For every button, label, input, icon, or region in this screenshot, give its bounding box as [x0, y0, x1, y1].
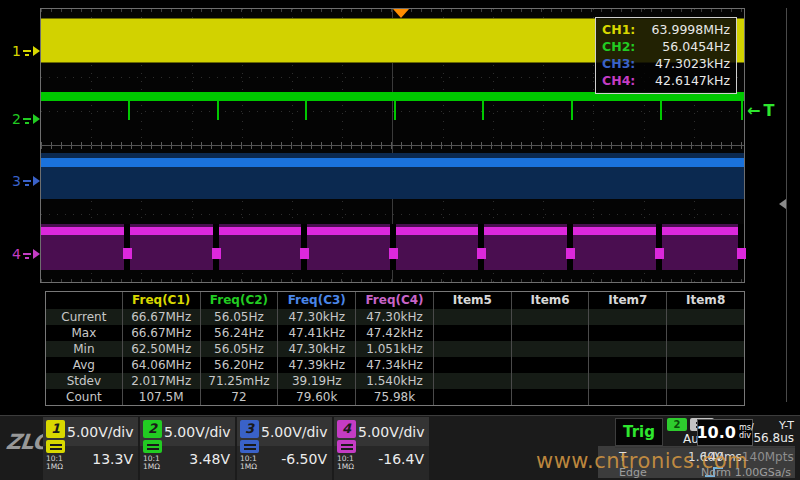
channel-4-ground-marker[interactable]: 4: [12, 247, 40, 261]
ch4-burst-gap: [567, 224, 573, 270]
channel-4-badge[interactable]: 4: [337, 420, 356, 438]
trigger-position-marker[interactable]: [393, 9, 409, 18]
table-cell: 71.25mHz: [200, 373, 278, 389]
table-cell: 47.39kHz: [277, 357, 355, 373]
ch4-burst-gap: [738, 224, 744, 270]
marker-arrow-icon: [33, 114, 40, 124]
table-header-row: Freq(C1)Freq(C2)Freq(C3)Freq(C4)Item5Ite…: [46, 292, 744, 309]
overlay-ch1-value: 63.9998MHz: [652, 21, 730, 38]
ch3-trace: [41, 158, 744, 167]
channel-2-ground-marker[interactable]: 2: [12, 112, 40, 126]
table-cell: 56.05Hz: [200, 309, 278, 325]
channel-1-settings[interactable]: 1 10:11MΩ 5.00V/div 13.3V: [43, 417, 138, 480]
table-header-cell: Freq(C2): [200, 292, 278, 309]
ch2-spike: [482, 101, 484, 120]
trigger-source-badge[interactable]: 2: [667, 418, 687, 431]
channel-2-scale: 5.00V/div: [164, 424, 230, 440]
table-cell: 79.60k: [277, 389, 355, 405]
table-header-cell: Item7: [588, 292, 666, 309]
table-header-cell: Freq(C4): [355, 292, 433, 309]
ch2-spike: [571, 101, 573, 120]
table-cell: 47.42kHz: [355, 325, 433, 341]
ch2-spike: [394, 101, 396, 120]
ch2-spike: [741, 101, 743, 120]
ch4-burst-dot: [123, 248, 132, 259]
ch2-spike: [217, 101, 219, 120]
table-row: Count107.5M7279.60k75.98k: [46, 389, 744, 405]
overlay-row-ch3: CH3: 47.3023kHz: [602, 55, 730, 72]
channel-4-values: 5.00V/div -16.4V: [358, 417, 424, 480]
channel-1-badge-column: 1 10:11MΩ: [46, 420, 65, 471]
table-row: Min62.50MHz56.05Hz47.30kHz1.051kHz: [46, 341, 744, 357]
table-cell: [666, 357, 744, 373]
overlay-ch2-label: CH2:: [602, 38, 635, 55]
channel-1-ground-marker[interactable]: 1: [12, 44, 40, 58]
table-header-cell: Freq(C1): [122, 292, 200, 309]
ch4-burst-dot: [655, 248, 664, 259]
watermark: www.cntronics.com: [536, 449, 748, 473]
trig-button[interactable]: Trig: [615, 418, 663, 446]
overlay-row-ch4: CH4: 42.6147kHz: [602, 72, 730, 89]
channel-3-badge[interactable]: 3: [240, 420, 259, 438]
grid-line-horizontal: [41, 214, 744, 215]
trigger-level-marker[interactable]: ←T: [747, 101, 777, 120]
display-mode: Y-T: [753, 420, 794, 432]
channel-3-settings[interactable]: 3 10:11MΩ 5.00V/div -6.50V: [237, 417, 332, 480]
timebase-scale: 10.0: [696, 423, 735, 442]
table-cell: 72: [200, 389, 278, 405]
ground-icon: [23, 250, 31, 259]
table-row: Stdev2.017MHz71.25mHz39.19Hz1.540kHz: [46, 373, 744, 389]
ch4-burst-gap: [656, 224, 662, 270]
table-cell: 107.5M: [122, 389, 200, 405]
grid-line-horizontal: [41, 111, 744, 112]
overlay-ch3-value: 47.3023kHz: [655, 55, 730, 72]
table-header-cell: Item6: [511, 292, 589, 309]
timebase-mode-column: Y-T 56.8us: [753, 420, 795, 445]
overlay-ch4-label: CH4:: [602, 72, 635, 89]
ground-icon: [23, 47, 31, 56]
table-cell: 56.24Hz: [200, 325, 278, 341]
ch2-spike: [305, 101, 307, 120]
measurement-table: Freq(C1)Freq(C2)Freq(C3)Freq(C4)Item5Ite…: [45, 291, 745, 406]
table-cell: 1.051kHz: [355, 341, 433, 357]
channel-2-badge[interactable]: 2: [143, 420, 162, 438]
ch4-burst-dot: [737, 248, 746, 259]
table-cell: [433, 357, 511, 373]
timebase-scale-box[interactable]: 10.0 ms/div: [697, 419, 753, 446]
table-cell: 39.19Hz: [277, 373, 355, 389]
menu-handle-icon[interactable]: [779, 199, 786, 209]
channel-1-scale: 5.00V/div: [67, 424, 133, 440]
table-cell: [511, 325, 589, 341]
channel-2-coupling-icon: [143, 440, 162, 453]
menu-panel-divider: [786, 8, 787, 402]
ground-icon: [23, 177, 31, 186]
table-row-label: Min: [46, 341, 122, 357]
overlay-ch2-value: 56.0454Hz: [662, 38, 730, 55]
table-row-label: Current: [46, 309, 122, 325]
table-cell: [511, 373, 589, 389]
table-cell: 62.50MHz: [122, 341, 200, 357]
table-header-cell: Freq(C3): [277, 292, 355, 309]
frequency-overlay-box: CH1: 63.9998MHz CH2: 56.0454Hz CH3: 47.3…: [595, 17, 737, 94]
overlay-row-ch1: CH1: 63.9998MHz: [602, 21, 730, 38]
channel-4-settings[interactable]: 4 10:11MΩ 5.00V/div -16.4V: [334, 417, 429, 480]
table-cell: 47.41kHz: [277, 325, 355, 341]
overlay-row-ch2: CH2: 56.0454Hz: [602, 38, 730, 55]
channel-2-settings[interactable]: 2 10:11MΩ 5.00V/div 3.48V: [140, 417, 235, 480]
channel-3-coupling-icon: [240, 440, 259, 453]
marker-arrow-icon: [33, 46, 40, 56]
table-cell: [666, 309, 744, 325]
ground-icon: [23, 115, 31, 124]
table-row: Current66.67MHz56.05Hz47.30kHz47.30kHz: [46, 309, 744, 325]
table-cell: [666, 325, 744, 341]
table-row: Max66.67MHz56.24Hz47.41kHz47.42kHz: [46, 325, 744, 341]
ch4-burst-gap: [478, 224, 484, 270]
channel-1-badge[interactable]: 1: [46, 420, 65, 438]
overlay-ch1-label: CH1:: [602, 21, 635, 38]
ch4-burst-dot: [477, 248, 486, 259]
table-header-cell: [46, 292, 122, 309]
channel-3-ground-marker[interactable]: 3: [12, 174, 40, 188]
waveform-plot: CH1: 63.9998MHz CH2: 56.0454Hz CH3: 47.3…: [40, 8, 745, 283]
channel-2-badge-column: 2 10:11MΩ: [143, 420, 162, 471]
table-cell: [433, 325, 511, 341]
